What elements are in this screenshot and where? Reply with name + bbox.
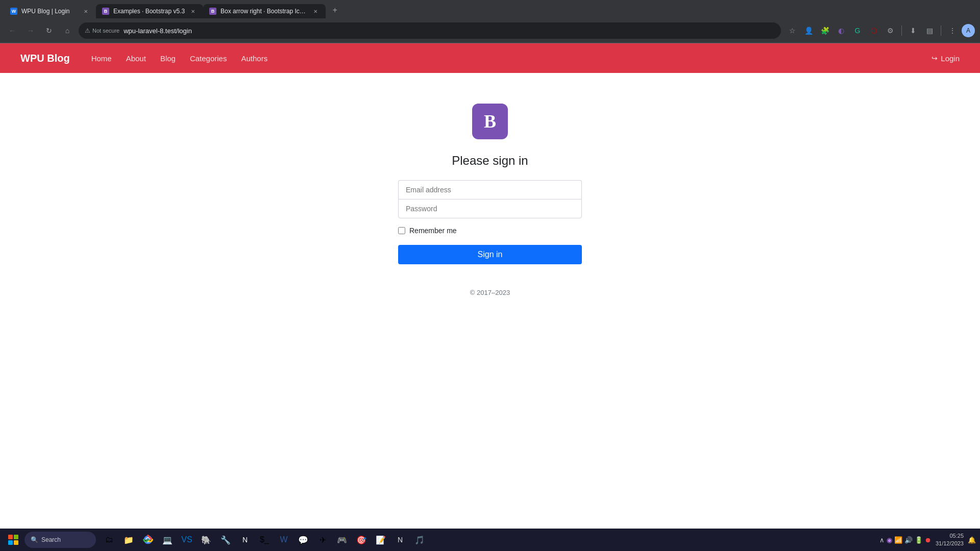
address-bar-row: ← → ↻ ⌂ ⚠ Not secure wpu-laravel-8.test/… — [0, 18, 980, 43]
credentials-group — [398, 180, 582, 218]
tab-favicon-bootstrap2: B — [209, 8, 216, 15]
address-bar[interactable]: ⚠ Not secure wpu-laravel-8.test/login — [79, 22, 781, 39]
menu-icon[interactable]: ⋮ — [945, 23, 960, 38]
bootstrap-logo: B — [472, 104, 508, 139]
remember-checkbox[interactable] — [398, 227, 405, 234]
new-tab-button[interactable]: + — [328, 3, 342, 17]
nav-link-home[interactable]: Home — [85, 50, 118, 67]
navbar: WPU Blog Home About Blog Categories Auth… — [0, 43, 980, 73]
navbar-nav: Home About Blog Categories Authors — [85, 50, 932, 67]
url-display: wpu-laravel-8.test/login — [124, 27, 192, 35]
login-icon: ↪ — [932, 54, 938, 62]
forward-button[interactable]: → — [23, 23, 38, 38]
tab-favicon-bootstrap: B — [102, 8, 109, 15]
nav-link-categories[interactable]: Categories — [184, 50, 233, 67]
browser-toolbar: ☆ 👤 🧩 ◐ G ⬡ ⚙ ⬇ ▤ ⋮ A — [785, 23, 975, 38]
nav-link-blog[interactable]: Blog — [154, 50, 182, 67]
tab-favicon-wpu: W — [10, 8, 17, 15]
not-secure-indicator: ⚠ Not secure — [85, 27, 119, 34]
tab-title-bootstrap2: Box arrow right · Bootstrap Ico… — [220, 8, 307, 15]
tab-bootstrap[interactable]: B Examples · Bootstrap v5.3 ✕ — [96, 4, 203, 18]
navbar-right: ↪ Login — [932, 54, 960, 63]
reload-button[interactable]: ↻ — [42, 23, 56, 38]
toolbar-divider-2 — [941, 26, 941, 36]
browser-chrome: W WPU Blog | Login ✕ B Examples · Bootst… — [0, 0, 980, 43]
signin-button[interactable]: Sign in — [398, 245, 582, 264]
not-secure-label: Not secure — [92, 28, 119, 34]
grammarly-icon[interactable]: G — [850, 23, 865, 38]
home-button[interactable]: ⌂ — [60, 23, 75, 38]
extensions-puzzle-icon[interactable]: ⚙ — [883, 23, 897, 38]
remember-me-row: Remember me — [398, 227, 582, 235]
toolbar-divider — [901, 26, 902, 36]
back-button[interactable]: ← — [5, 23, 19, 38]
tab-title-bootstrap: Examples · Bootstrap v5.3 — [113, 8, 185, 15]
browser-separator — [0, 43, 980, 43]
signin-title: Please sign in — [452, 154, 528, 168]
navbar-brand[interactable]: WPU Blog — [20, 53, 70, 64]
profiles-icon[interactable]: 👤 — [801, 23, 816, 38]
tab-title-wpu: WPU Blog | Login — [21, 8, 78, 15]
tab-close-bootstrap[interactable]: ✕ — [189, 7, 197, 15]
login-label: Login — [941, 54, 960, 63]
page-content: WPU Blog Home About Blog Categories Auth… — [0, 43, 980, 296]
sidebar-icon[interactable]: ▤ — [922, 23, 937, 38]
tab-bootstrap2[interactable]: B Box arrow right · Bootstrap Ico… ✕ — [203, 4, 326, 18]
nav-link-authors[interactable]: Authors — [235, 50, 274, 67]
tab-bar: W WPU Blog | Login ✕ B Examples · Bootst… — [0, 0, 980, 18]
email-field[interactable] — [398, 180, 582, 199]
extension-icon[interactable]: 🧩 — [818, 23, 832, 38]
lastpass-icon[interactable]: ⬡ — [867, 23, 881, 38]
signin-form: Remember me Sign in — [398, 180, 582, 264]
remember-label[interactable]: Remember me — [409, 227, 457, 235]
dark-reader-icon[interactable]: ◐ — [834, 23, 848, 38]
password-field[interactable] — [398, 199, 582, 218]
bookmark-star-icon[interactable]: ☆ — [785, 23, 799, 38]
footer-copyright: © 2017–2023 — [470, 289, 510, 296]
main-content: B Please sign in Remember me Sign in © 2… — [0, 73, 980, 296]
tab-wpu[interactable]: W WPU Blog | Login ✕ — [4, 4, 96, 18]
nav-link-about[interactable]: About — [120, 50, 152, 67]
bootstrap-logo-letter: B — [484, 111, 496, 132]
tab-close-wpu[interactable]: ✕ — [82, 7, 90, 15]
login-link[interactable]: ↪ Login — [932, 54, 960, 63]
download-icon[interactable]: ⬇ — [906, 23, 920, 38]
tab-close-bootstrap2[interactable]: ✕ — [311, 7, 320, 15]
profile-avatar[interactable]: A — [962, 24, 975, 37]
warning-icon: ⚠ — [85, 27, 90, 34]
